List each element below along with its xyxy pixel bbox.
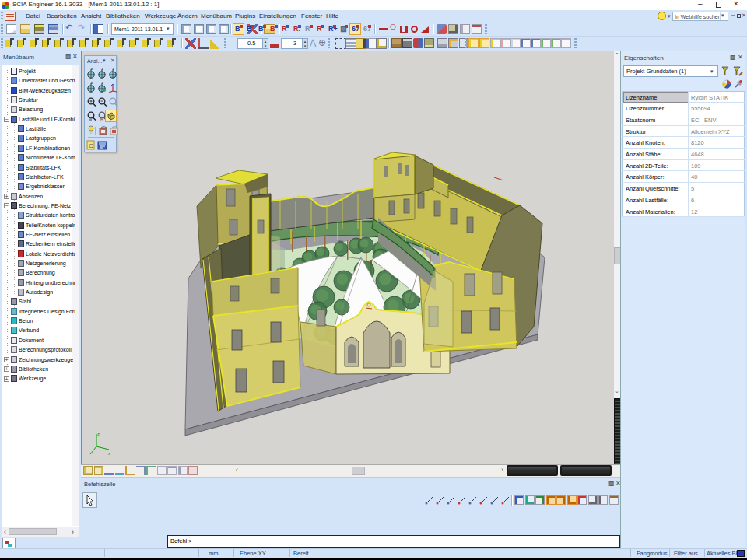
svg-text:z: z — [97, 432, 100, 436]
svg-text:x: x — [108, 451, 110, 456]
svg-text:R: R — [100, 117, 104, 121]
svg-text:C: C — [89, 142, 93, 149]
